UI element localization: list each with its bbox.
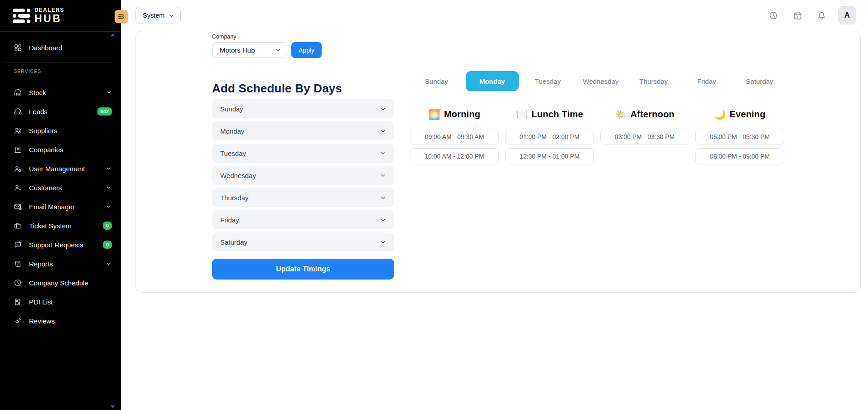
timezone-clock-button[interactable] (769, 11, 778, 20)
sidebar-collapse-button[interactable] (115, 10, 128, 23)
sidebar-item-stock[interactable]: Stock (0, 83, 121, 102)
sunrise-emoji-icon: 🌅 (429, 110, 440, 119)
chevron-down-icon (380, 172, 386, 179)
sidebar-item-customers[interactable]: Customers (0, 178, 121, 197)
leads-count-badge: 642 (97, 107, 112, 116)
chevron-down-icon (169, 13, 174, 19)
timing-column-title: Evening (730, 109, 766, 120)
system-dropdown[interactable]: System (135, 7, 181, 24)
sidebar-item-user-management[interactable]: User Management (0, 159, 121, 178)
report-pages-icon (14, 260, 22, 268)
tab-thursday[interactable]: Thursday (627, 71, 680, 91)
accordion-sunday[interactable]: Sunday (212, 99, 394, 118)
bell-icon (817, 11, 826, 20)
time-slot[interactable]: 12:00 PM - 01:00 PM (505, 148, 594, 164)
timing-column-title: Lunch Time (531, 109, 583, 120)
accordion-thursday[interactable]: Thursday (212, 188, 394, 207)
time-slot[interactable]: 09:00 AM - 09:30 AM (410, 129, 499, 145)
crescent-moon-emoji-icon: 🌙 (714, 110, 726, 119)
sidebar-item-suppliers[interactable]: Suppliers (0, 121, 121, 140)
sidebar-item-email-manager[interactable]: Email Manager (0, 197, 121, 216)
sidebar-item-label: PDI List (29, 298, 53, 306)
topbar: System (121, 0, 868, 31)
chevron-down-icon (380, 128, 386, 135)
apply-button[interactable]: Apply (291, 42, 322, 58)
chevron-down-icon (106, 89, 112, 96)
timings-grid: 🌅 Morning 09:00 AM - 09:30 AM 10:00 AM -… (410, 108, 784, 168)
collapse-menu-icon (117, 13, 125, 20)
calendar-icon (793, 11, 802, 20)
sidebar-item-leads[interactable]: Leads 642 (0, 102, 121, 121)
update-timings-button[interactable]: Update Timings (212, 259, 394, 280)
time-slot[interactable]: 10:00 AM - 12:00 PM (410, 148, 499, 164)
tab-friday[interactable]: Friday (680, 71, 733, 91)
accordion-label: Friday (220, 216, 239, 224)
notifications-button[interactable] (817, 11, 826, 20)
day-tab-bar: Sunday Monday Tuesday Wednesday Thursday… (410, 71, 786, 91)
sidebar-item-reports[interactable]: Reports (0, 254, 121, 273)
app-logo[interactable]: DEALERS HUB (13, 7, 64, 24)
sidebar-item-companies[interactable]: Companies (0, 140, 121, 159)
tab-wednesday[interactable]: Wednesday (574, 71, 627, 91)
sidebar-section-services: SERVICES (0, 63, 121, 79)
chevron-down-icon (106, 165, 112, 172)
logo-text-hub: HUB (34, 14, 64, 24)
clock-icon (14, 279, 22, 287)
time-slot[interactable]: 05:00 PM - 05:30 PM (695, 129, 784, 145)
timing-column-afternoon: 🌤️ Afternoon 03:00 PM - 03:30 PM (600, 108, 689, 168)
sidebar-item-pdi-list[interactable]: PDI List (0, 292, 121, 311)
time-slot[interactable]: 01:00 PM - 02:00 PM (505, 129, 594, 145)
page-title: Add Schedule By Days (212, 82, 342, 96)
calendar-button[interactable] (793, 11, 802, 20)
tab-sunday[interactable]: Sunday (410, 71, 463, 91)
company-schedule-card: Company Motors Hub Apply Add Schedule By… (135, 31, 861, 293)
sidebar-item-label: User Management (29, 165, 85, 173)
chevron-down-icon (380, 194, 386, 201)
day-accordion-panel: Sunday Monday Tuesday Wednesday Thursday… (212, 99, 394, 280)
sidebar-item-label: Companies (29, 146, 63, 154)
accordion-tuesday[interactable]: Tuesday (212, 144, 394, 163)
user-gear-icon (14, 164, 22, 173)
mail-gear-icon (14, 203, 22, 211)
sidebar-item-label: Reviews (29, 317, 55, 325)
timing-column-lunch: 🍽️ Lunch Time 01:00 PM - 02:00 PM 12:00 … (505, 108, 594, 168)
support-count-badge: 0 (103, 241, 112, 249)
company-select[interactable]: Motors Hub (212, 42, 287, 58)
tab-saturday[interactable]: Saturday (733, 71, 786, 91)
sidebar-item-label: Suppliers (29, 127, 58, 135)
timing-column-title: Morning (444, 109, 480, 120)
sidebar-item-ticket-system[interactable]: Ticket System 0 (0, 216, 121, 235)
timing-column-title: Afternoon (630, 109, 674, 120)
tab-monday[interactable]: Monday (466, 71, 519, 91)
user-avatar[interactable]: A (838, 6, 856, 24)
accordion-label: Saturday (220, 238, 247, 246)
building-icon (14, 145, 22, 154)
chevron-down-icon (380, 239, 386, 246)
sidebar-item-company-schedule[interactable]: Company Schedule (0, 273, 121, 292)
time-slot[interactable]: 03:00 PM - 03:30 PM (600, 129, 689, 145)
logo-bars-icon (13, 9, 30, 23)
sidebar-nav: Dashboard SERVICES Stock (0, 38, 121, 330)
tab-tuesday[interactable]: Tuesday (521, 71, 574, 91)
sidebar-scroll-up-icon[interactable] (111, 34, 115, 36)
accordion-label: Tuesday (220, 150, 246, 157)
sidebar-item-label: Leads (29, 108, 48, 116)
time-slot[interactable]: 08:00 PM - 09:00 PM (695, 148, 784, 164)
accordion-label: Wednesday (220, 172, 256, 179)
avatar-initial: A (844, 11, 850, 20)
accordion-label: Thursday (220, 194, 249, 202)
sidebar-item-dashboard[interactable]: Dashboard (0, 38, 121, 57)
system-dropdown-label: System (143, 12, 164, 19)
accordion-wednesday[interactable]: Wednesday (212, 166, 394, 185)
accordion-monday[interactable]: Monday (212, 121, 394, 140)
chat-plus-icon (14, 241, 22, 249)
sidebar-item-support-requests[interactable]: Support Requests 0 (0, 235, 121, 254)
chevron-down-icon (380, 106, 386, 112)
chevron-down-icon (106, 184, 112, 191)
sidebar-item-reviews[interactable]: Reviews (0, 311, 121, 330)
accordion-friday[interactable]: Friday (212, 210, 394, 229)
accordion-saturday[interactable]: Saturday (212, 232, 394, 251)
ticket-icon (14, 222, 22, 230)
chevron-down-icon (380, 150, 386, 157)
sidebar-scroll-down-icon[interactable] (111, 405, 115, 408)
